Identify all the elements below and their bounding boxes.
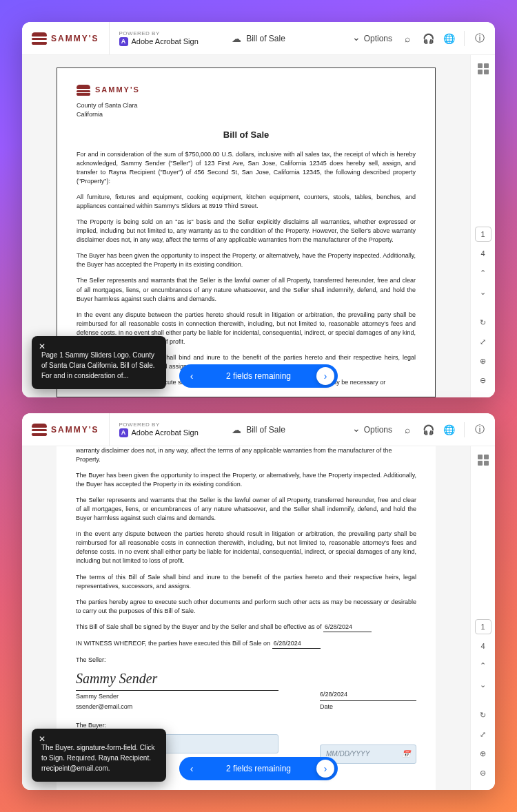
refresh-icon[interactable]: ↻ [475,315,491,330]
headphones-icon[interactable]: 🎧 [423,424,434,435]
header-right-tools: Options ⌕ 🎧 🌐 ⓘ [352,31,485,46]
chevron-down-icon [352,33,361,44]
page-total: 4 [475,246,491,261]
options-label: Options [364,425,392,435]
right-rail: 1 4 ⌃ ⌄ ↻ ⤢ ⊕ ⊖ [470,446,495,790]
doc-p2: All furniture, fixtures and equipment, c… [77,193,416,211]
seller-signature: Sammy Sender [76,669,278,691]
fit-width-icon[interactable]: ⤢ [475,727,491,742]
powered-by-product-name: Adobe Acrobat Sign [132,37,199,46]
info-icon[interactable]: ⓘ [474,424,485,435]
next-field-button[interactable]: › [316,760,334,778]
divider [464,422,465,437]
options-label: Options [364,34,392,43]
divider [464,31,465,46]
powered-by-product-name: Adobe Acrobat Sign [132,428,199,437]
globe-icon[interactable]: 🌐 [443,33,454,44]
doc-title-center: Bill of Sale [232,33,285,44]
progress-pill: ‹ 2 fields remaining › [179,757,338,780]
options-dropdown[interactable]: Options [352,33,392,44]
options-dropdown[interactable]: Options [352,424,392,435]
doc-title-center: Bill of Sale [232,424,285,435]
powered-by-block: POWERED BY A Adobe Acrobat Sign [110,421,199,437]
tooltip-close-icon[interactable]: ✕ [39,340,45,353]
page-current[interactable]: 1 [475,619,491,634]
seller-signature-row: Sammy Sender Sammy Sender ssender@email.… [76,669,416,711]
doc-title-text: Bill of Sale [246,425,285,435]
chevron-down-icon [352,424,361,435]
seller-email: ssender@email.com [76,702,278,711]
info-icon[interactable]: ⓘ [474,33,485,44]
doc-p5: The Seller represents and warrants that … [76,496,416,523]
headphones-icon[interactable]: 🎧 [423,33,434,44]
fit-width-icon[interactable]: ⤢ [475,334,491,349]
doc-meta: County of Santa Clara California [77,101,416,119]
adobe-icon: A [119,428,128,437]
brand-name: SAMMY'S [51,34,99,43]
powered-by-block: POWERED BY A Adobe Acrobat Sign [110,30,199,46]
page-up-icon[interactable]: ⌃ [475,658,491,673]
seller-name: Sammy Sender [76,692,278,701]
doc-p7: The terms of this Bill of Sale shall bin… [76,573,416,591]
page-current[interactable]: 1 [475,227,491,242]
powered-by-product: A Adobe Acrobat Sign [119,37,199,46]
seller-label: The Seller: [76,656,416,665]
app-header: SAMMY'S POWERED BY A Adobe Acrobat Sign … [22,413,495,446]
prev-field-button[interactable]: ‹ [183,367,201,385]
doc-state: California [77,110,416,119]
search-icon[interactable]: ⌕ [402,424,413,435]
zoom-in-icon[interactable]: ⊕ [475,353,491,368]
powered-by-label: POWERED BY [119,421,199,428]
doc-p10: IN WITNESS WHEREOF, the parties have exe… [76,639,416,649]
cloud-icon [232,33,241,44]
cloud-icon [232,424,241,435]
globe-icon[interactable]: 🌐 [443,424,454,435]
brand-logo-icon [32,424,47,436]
zoom-out-icon[interactable]: ⊖ [475,765,491,780]
page-down-icon[interactable]: ⌄ [475,677,491,692]
thumbnail-grid-icon[interactable] [478,455,489,466]
accessibility-tooltip: ✕ Page 1 Sammy Sliders Logo. County of S… [32,336,166,389]
doc-logo-icon [77,85,90,96]
zoom-out-icon[interactable]: ⊖ [475,373,491,388]
doc-p1: For and in consideration of the sum of $… [77,150,416,186]
doc-p5: The Seller represents and warrants that … [77,276,416,303]
doc-heading: Bill of Sale [77,129,416,142]
doc-county: County of Santa Clara [77,101,416,110]
doc-p6: In the event any dispute between the par… [76,530,416,565]
prev-field-button[interactable]: ‹ [183,760,201,778]
progress-pill: ‹ 2 fields remaining › [179,364,338,388]
page-down-icon[interactable]: ⌄ [475,284,491,300]
doc-p9: This Bill of Sale shall be signed by the… [76,623,416,632]
thumbnail-grid-icon[interactable] [478,63,489,74]
right-rail: 1 4 ⌃ ⌄ ↻ ⤢ ⊕ ⊖ [470,55,495,397]
accessibility-tooltip: ✕ The Buyer. signature-form-field. Click… [32,729,166,782]
page-up-icon[interactable]: ⌃ [475,265,491,280]
doc-p3: The Property is being sold on an "as is"… [77,218,416,244]
search-icon[interactable]: ⌕ [402,33,413,44]
powered-by-product: A Adobe Acrobat Sign [119,428,199,437]
brand-block: SAMMY'S [32,22,110,54]
zoom-in-icon[interactable]: ⊕ [475,746,491,761]
powered-by-label: POWERED BY [119,30,199,37]
tooltip-message: The Buyer. signature-form-field. Click t… [41,742,156,773]
app-header: SAMMY'S POWERED BY A Adobe Acrobat Sign … [22,22,495,55]
doc-logo-text: SAMMY'S [95,85,140,96]
doc-p4: The Buyer has been given the opportunity… [77,251,416,269]
app-window-top: SAMMY'S POWERED BY A Adobe Acrobat Sign … [22,22,495,397]
next-field-button[interactable]: › [316,367,334,385]
header-right-tools: Options ⌕ 🎧 🌐 ⓘ [352,422,485,437]
refresh-icon[interactable]: ↻ [475,707,491,722]
doc-title-text: Bill of Sale [246,34,285,43]
page-total: 4 [475,638,491,654]
seller-date-label: Date [320,702,416,711]
adobe-icon: A [119,37,128,46]
doc-p8: The parties hereby agree to execute such… [76,598,416,616]
seller-date: 6/28/2024 [320,687,416,701]
seller-date-col: 6/28/2024 Date [320,687,416,711]
seller-sig-col: Sammy Sender Sammy Sender ssender@email.… [76,669,278,711]
brand-block: SAMMY'S [32,413,110,446]
date-placeholder: MM/DD/YYYY [326,749,369,760]
tooltip-close-icon[interactable]: ✕ [39,733,45,745]
brand-logo-icon [32,32,47,45]
